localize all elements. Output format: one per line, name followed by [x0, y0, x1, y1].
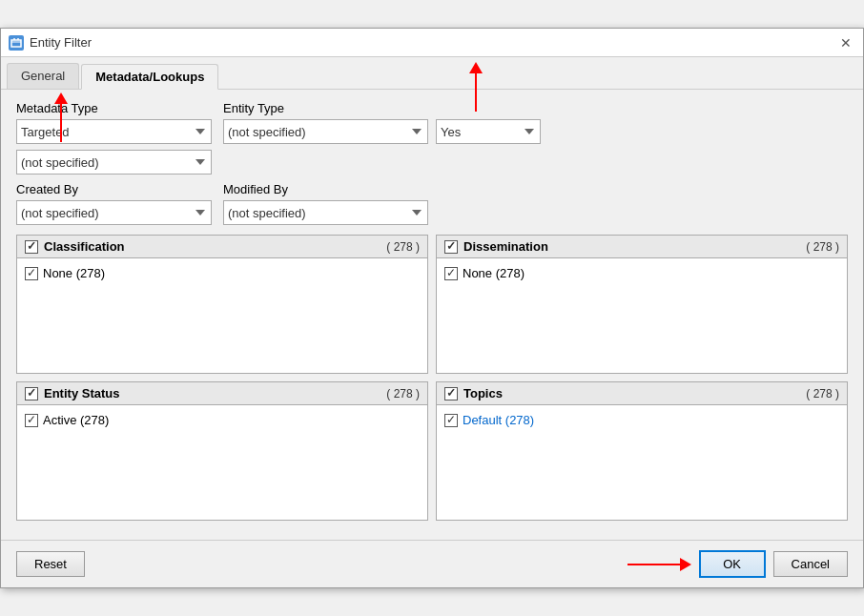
default-checkbox[interactable]: [444, 414, 458, 427]
filter-boxes-row2: Entity Status ( 278 ) Active (278) Top: [16, 381, 848, 521]
tab-metadata-lookups[interactable]: Metadata/Lookups: [81, 64, 218, 90]
entity-filter-window: Entity Filter ✕ General Metadata/Lookups…: [0, 28, 864, 588]
active-checkbox[interactable]: [25, 414, 38, 427]
entity-type-dropdown[interactable]: (not specified): [223, 119, 428, 144]
classification-title: Classification: [25, 239, 125, 254]
classification-header: Classification ( 278 ): [17, 236, 427, 258]
yes-dropdown[interactable]: Yes No (not specified): [436, 119, 541, 144]
dissemination-header: Dissemination ( 278 ): [437, 236, 847, 258]
topics-count: ( 278 ): [806, 387, 839, 400]
entity-status-header: Entity Status ( 278 ): [17, 382, 427, 405]
entity-status-title: Entity Status: [25, 386, 119, 400]
modified-by-label: Modified By: [223, 182, 428, 196]
created-modified-row: Created By (not specified) Modified By (…: [16, 182, 848, 225]
topics-box: Topics ( 278 ) Default (278): [436, 381, 848, 521]
window-icon: [9, 35, 24, 51]
list-item: Default (278): [444, 411, 839, 429]
tab-bar: General Metadata/Lookups: [1, 57, 863, 90]
title-bar: Entity Filter ✕: [1, 29, 863, 57]
metadata-type-secondary-dropdown[interactable]: (not specified): [16, 150, 212, 175]
classification-body: None (278): [17, 258, 427, 373]
svg-rect-0: [11, 40, 21, 47]
dissemination-box: Dissemination ( 278 ) None (278): [436, 235, 848, 374]
metadata-type-label: Metadata Type: [16, 101, 212, 115]
reset-button[interactable]: Reset: [16, 551, 85, 577]
filter-boxes-row1: Classification ( 278 ) None (278) Diss: [16, 235, 848, 374]
classification-count: ( 278 ): [386, 240, 420, 254]
classification-box: Classification ( 278 ) None (278): [16, 235, 428, 374]
entity-status-count: ( 278 ): [386, 387, 420, 400]
list-item: Active (278): [25, 411, 420, 429]
classification-checkbox[interactable]: [25, 240, 38, 254]
bottom-bar: Reset OK Cancel: [1, 540, 863, 587]
created-by-dropdown[interactable]: (not specified): [16, 200, 212, 225]
dissemination-title: Dissemination: [444, 239, 548, 254]
none-dissemination-checkbox[interactable]: [444, 267, 458, 280]
window-title: Entity Filter: [30, 35, 92, 50]
cancel-button[interactable]: Cancel: [773, 551, 848, 577]
close-button[interactable]: ✕: [836, 33, 855, 52]
entity-status-checkbox[interactable]: [25, 387, 38, 400]
metadata-type-dropdown[interactable]: Targeted: [16, 119, 212, 144]
tab-general[interactable]: General: [7, 63, 79, 89]
topics-header: Topics ( 278 ): [437, 382, 847, 405]
list-item: None (278): [25, 264, 420, 282]
main-content: Metadata Type Targeted (not specified): [1, 90, 863, 540]
entity-type-label: Entity Type: [223, 101, 428, 115]
dissemination-body: None (278): [437, 258, 847, 373]
title-bar-left: Entity Filter: [9, 35, 92, 51]
entity-status-body: Active (278): [17, 405, 427, 520]
modified-by-dropdown[interactable]: (not specified): [223, 200, 428, 225]
bottom-right: OK Cancel: [627, 550, 848, 578]
topics-body: Default (278): [437, 405, 847, 520]
created-by-label: Created By: [16, 182, 212, 196]
topics-title: Topics: [444, 386, 503, 400]
none-classification-checkbox[interactable]: [25, 267, 38, 280]
dissemination-checkbox[interactable]: [444, 240, 458, 254]
topics-checkbox[interactable]: [444, 387, 458, 400]
list-item: None (278): [444, 264, 839, 282]
arrow-up-left: [54, 92, 68, 142]
entity-status-box: Entity Status ( 278 ) Active (278): [16, 381, 428, 521]
ok-button[interactable]: OK: [699, 550, 766, 578]
arrow-up-right: [469, 62, 483, 112]
arrow-right: [627, 558, 691, 571]
dissemination-count: ( 278 ): [806, 240, 839, 254]
